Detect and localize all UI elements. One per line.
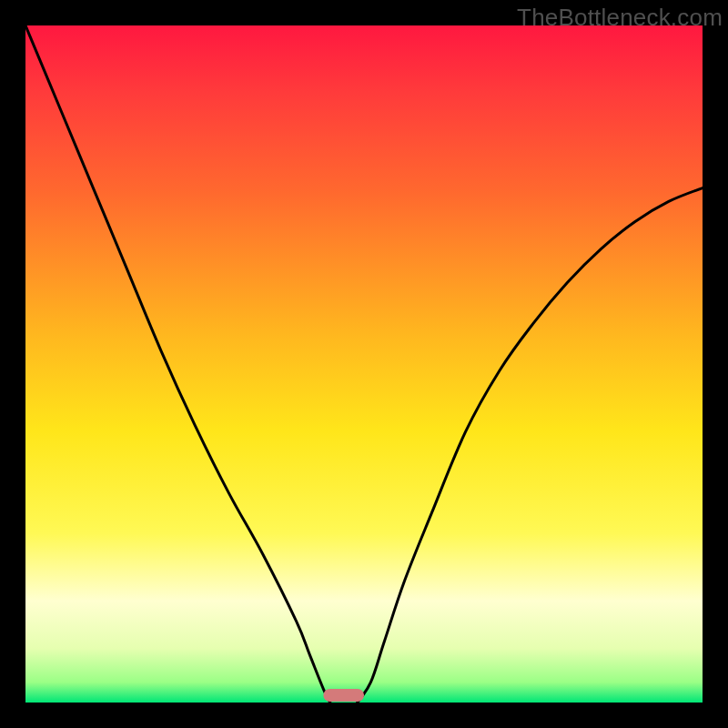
bottleneck-marker [323, 689, 364, 702]
chart-svg [25, 25, 703, 703]
gradient-background [25, 25, 703, 703]
chart-frame: TheBottleneck.com [0, 0, 728, 728]
plot-area [25, 25, 703, 703]
